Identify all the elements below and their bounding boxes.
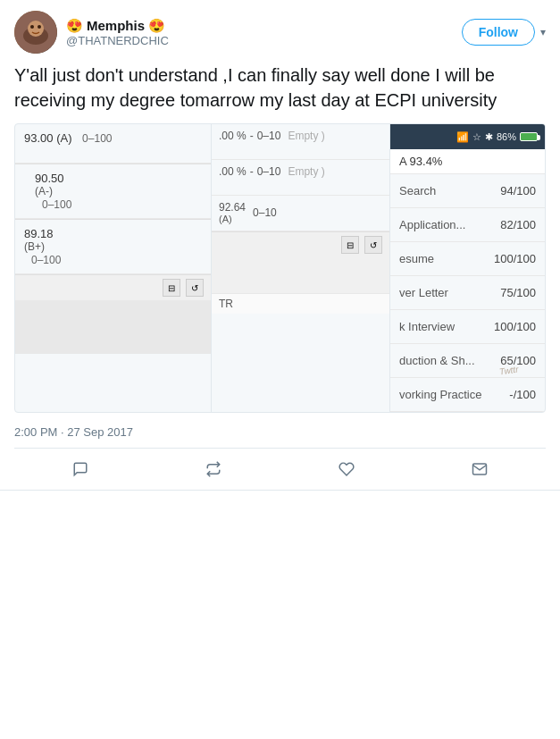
right-label-resume: esume bbox=[399, 252, 485, 265]
right-score-resume: 100/100 bbox=[494, 252, 536, 265]
tweet-actions bbox=[14, 448, 546, 490]
battery-icon bbox=[520, 132, 538, 141]
comment-button[interactable] bbox=[65, 458, 96, 481]
follow-button[interactable]: Follow bbox=[462, 19, 535, 46]
right-grade-duction: duction & Sh... 65/100 Twttr bbox=[390, 344, 545, 378]
mid-score-3: 92.64 (A) bbox=[219, 201, 246, 224]
right-label-application: Application... bbox=[399, 218, 491, 231]
right-label-cover-letter: ver Letter bbox=[399, 286, 491, 299]
right-label-interview: k Interview bbox=[399, 320, 485, 333]
tweet-header: 😍 Memphis 😍 @THATNERDCHIC Follow ▾ bbox=[14, 11, 546, 54]
phone-bluetooth-icon: ✱ bbox=[485, 131, 493, 143]
follow-button-area: Follow ▾ bbox=[462, 19, 546, 46]
retweet-button[interactable] bbox=[198, 458, 229, 481]
watermark: Twttr bbox=[498, 365, 519, 377]
mid-icon-2: ↺ bbox=[364, 236, 382, 254]
mid-note-2: Empty ) bbox=[288, 165, 324, 178]
tweet-image: 93.00 (A) 0–100 90.50 (A-) 0–100 bbox=[14, 123, 546, 413]
right-grade-search: Search 94/100 bbox=[390, 174, 545, 208]
emoji-left: 😍 bbox=[66, 18, 83, 34]
mid-row-1: .00 % - 0–10 Empty ) bbox=[212, 124, 389, 160]
mid-dash-1: - bbox=[250, 130, 254, 142]
overall-grade: A 93.4% bbox=[390, 149, 545, 174]
tweet-card: 😍 Memphis 😍 @THATNERDCHIC Follow ▾ Y'all… bbox=[0, 0, 560, 491]
grade-score-3: 89.18 (B+) bbox=[24, 227, 61, 253]
grade-range-2: 0–100 bbox=[42, 198, 71, 211]
username[interactable]: @THATNERDCHIC bbox=[66, 34, 169, 47]
right-score-cover-letter: 75/100 bbox=[500, 286, 536, 299]
svg-point-4 bbox=[38, 25, 41, 29]
like-button[interactable] bbox=[331, 458, 362, 481]
mid-dash-2: - bbox=[250, 165, 254, 178]
phone-wifi-icon: ☆ bbox=[472, 131, 481, 143]
right-label-search: Search bbox=[399, 184, 491, 197]
battery-percentage: 86% bbox=[497, 131, 516, 142]
right-grades-list: Search 94/100 Application... 82/100 esum… bbox=[390, 174, 545, 412]
right-score-interview: 100/100 bbox=[494, 320, 536, 333]
phone-signal-icon: 📶 bbox=[456, 131, 469, 143]
phone-status-icons: 📶 ☆ ✱ 86% bbox=[456, 131, 538, 143]
icon-box-2: ↺ bbox=[186, 279, 204, 297]
tweet-timestamp: 2:00 PM · 27 Sep 2017 bbox=[14, 422, 546, 439]
grade-score-1: 93.00 (A) bbox=[24, 131, 71, 145]
right-grade-cover-letter: ver Letter 75/100 bbox=[390, 276, 545, 310]
mail-button[interactable] bbox=[464, 458, 495, 481]
mid-range-1: 0–10 bbox=[257, 130, 281, 142]
grade-row-3: 89.18 (B+) 0–100 bbox=[15, 220, 211, 274]
mid-row-2: .00 % - 0–10 Empty ) bbox=[212, 160, 389, 196]
mid-range-3: 0–10 bbox=[253, 206, 277, 219]
left-icons-row: ⊟ ↺ bbox=[15, 275, 211, 300]
right-label-working: vorking Practice bbox=[399, 388, 500, 401]
right-score-application: 82/100 bbox=[500, 218, 536, 231]
mid-note-1: Empty ) bbox=[288, 130, 324, 142]
mid-percent-1: .00 % bbox=[219, 130, 247, 142]
mid-icons-row: ⊟ ↺ bbox=[212, 232, 389, 257]
grade-row-1: 93.00 (A) 0–100 bbox=[15, 124, 211, 164]
phone-status-bar: 📶 ☆ ✱ 86% bbox=[390, 124, 545, 149]
mid-range-2: 0–10 bbox=[257, 165, 281, 178]
tweet-header-left: 😍 Memphis 😍 @THATNERDCHIC bbox=[14, 11, 169, 54]
left-empty-area bbox=[15, 300, 211, 354]
avatar-image bbox=[14, 11, 57, 54]
mid-percent-2: .00 % bbox=[219, 165, 247, 178]
right-grade-resume: esume 100/100 bbox=[390, 242, 545, 276]
mid-empty bbox=[212, 257, 389, 293]
svg-point-3 bbox=[30, 25, 34, 29]
grades-middle-panel: .00 % - 0–10 Empty ) .00 % - 0–10 Empty … bbox=[212, 124, 390, 412]
right-grade-working: vorking Practice -/100 bbox=[390, 378, 545, 412]
mid-row-3: 92.64 (A) 0–10 bbox=[212, 196, 389, 231]
right-score-working: -/100 bbox=[509, 388, 536, 401]
avatar[interactable] bbox=[14, 11, 57, 54]
grade-row-2: 90.50 (A-) 0–100 bbox=[15, 164, 211, 219]
right-grade-interview: k Interview 100/100 bbox=[390, 310, 545, 344]
tweet-text: Y'all just don't understand ,I can final… bbox=[14, 63, 546, 113]
tr-label: TR bbox=[212, 293, 389, 314]
emoji-right: 😍 bbox=[148, 18, 165, 34]
grades-right-panel: 📶 ☆ ✱ 86% A 93.4% Search 94/100 bbox=[390, 124, 545, 412]
grade-range-1: 0–100 bbox=[82, 132, 112, 145]
right-label-duction: duction & Sh... bbox=[399, 354, 491, 367]
grade-range-3: 0–100 bbox=[31, 254, 61, 266]
icon-box-1: ⊟ bbox=[163, 279, 180, 297]
display-name: 😍 Memphis 😍 bbox=[66, 18, 169, 34]
user-info: 😍 Memphis 😍 @THATNERDCHIC bbox=[66, 18, 169, 47]
chevron-down-icon[interactable]: ▾ bbox=[540, 26, 546, 38]
right-grade-application: Application... 82/100 bbox=[390, 208, 545, 242]
user-display-name[interactable]: Memphis bbox=[87, 18, 145, 33]
svg-point-2 bbox=[28, 21, 44, 37]
right-score-search: 94/100 bbox=[500, 184, 536, 197]
grade-score-2: 90.50 (A-) bbox=[35, 172, 71, 197]
mid-icon-1: ⊟ bbox=[341, 236, 359, 254]
grades-left-panel: 93.00 (A) 0–100 90.50 (A-) 0–100 bbox=[15, 124, 212, 412]
